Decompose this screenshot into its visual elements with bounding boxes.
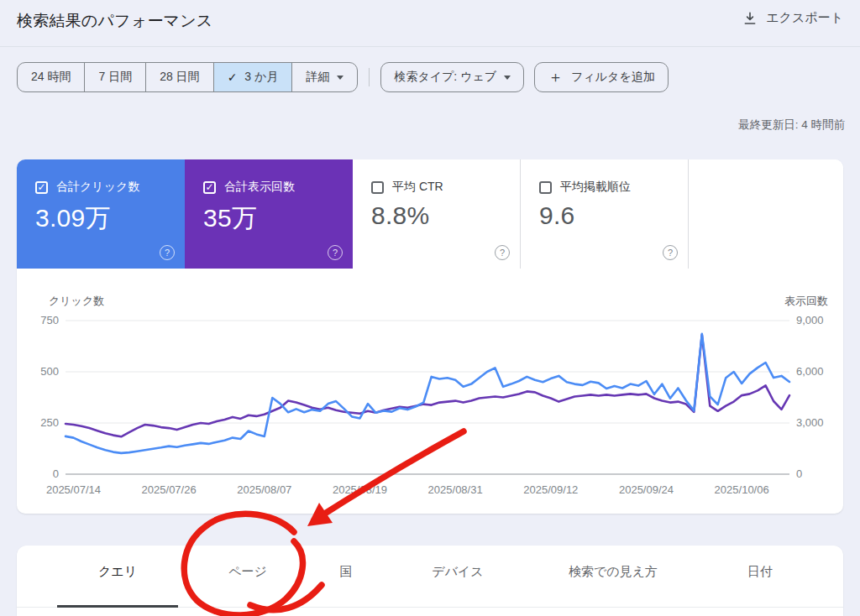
range-chip-label: 7 日間 [98, 70, 132, 85]
export-label: エクスポート [766, 10, 843, 26]
performance-chart: クリック数 表示回数 7509,0005006,0002503,00000202… [17, 269, 843, 514]
range-chip-28d[interactable]: 28 日間 [145, 63, 212, 91]
y-axis-tick-right: 6,000 [796, 365, 824, 378]
export-button[interactable]: エクスポート [742, 10, 843, 26]
chevron-down-icon [337, 76, 343, 80]
help-icon[interactable]: ? [495, 245, 510, 260]
card-filler [689, 159, 843, 269]
range-chip-label: 24 時間 [31, 70, 71, 85]
card-value: 9.6 [539, 201, 575, 230]
y-axis-tick-left: 750 [22, 314, 59, 326]
x-axis-tick: 2025/07/14 [46, 483, 101, 496]
last-updated-text: 最終更新日: 4 時間前 [738, 117, 845, 133]
y-axis-tick-right: 9,000 [796, 314, 824, 326]
card-label: 平均掲載順位 [560, 180, 631, 195]
card-label: 合計表示回数 [224, 180, 295, 195]
range-chip-7d[interactable]: 7 日間 [84, 63, 145, 91]
header-divider [0, 46, 860, 47]
search-type-label: 検索タイプ: ウェブ [394, 70, 496, 85]
range-chip-custom[interactable]: 詳細 [291, 63, 357, 91]
impressions-line [66, 335, 789, 436]
check-icon: ✓ [228, 70, 238, 84]
card-label: 合計クリック数 [56, 180, 139, 195]
range-chip-label: 詳細 [306, 70, 329, 85]
add-filter-button[interactable]: ＋ フィルタを追加 [534, 62, 669, 92]
card-average-position[interactable]: 平均掲載順位 9.6 ? [521, 159, 689, 269]
help-icon[interactable]: ? [160, 245, 175, 260]
performance-panel: ✓ 合計クリック数 3.09万 ? ✓ 合計表示回数 35万 ? 平均 CTR … [17, 159, 843, 514]
checkbox-unchecked-icon[interactable] [371, 181, 384, 194]
x-axis-tick: 2025/09/12 [523, 483, 578, 496]
x-axis-tick: 2025/09/24 [619, 483, 674, 496]
checkbox-checked-icon[interactable]: ✓ [203, 181, 216, 194]
tab-dates[interactable]: 日付 [747, 564, 773, 580]
range-chip-3mo-selected[interactable]: ✓ 3 か月 [213, 63, 292, 91]
date-range-group: 24 時間 7 日間 28 日間 ✓ 3 か月 詳細 [17, 62, 358, 92]
help-icon[interactable]: ? [663, 245, 678, 260]
y-axis-tick-left: 500 [22, 365, 59, 378]
plus-icon: ＋ [548, 70, 563, 85]
card-label: 平均 CTR [392, 180, 443, 195]
card-value: 8.8% [371, 201, 430, 230]
x-axis-tick: 2025/08/31 [428, 483, 483, 496]
search-type-dropdown[interactable]: 検索タイプ: ウェブ [380, 62, 524, 92]
range-chip-label: 3 か月 [244, 70, 278, 85]
metric-cards: ✓ 合計クリック数 3.09万 ? ✓ 合計表示回数 35万 ? 平均 CTR … [17, 159, 843, 269]
tab-pages[interactable]: ページ [228, 564, 267, 580]
range-chip-24h[interactable]: 24 時間 [18, 63, 84, 91]
download-icon [742, 11, 758, 26]
tab-countries[interactable]: 国 [340, 564, 353, 580]
x-axis-tick: 2025/08/07 [237, 483, 291, 496]
card-total-impressions[interactable]: ✓ 合計表示回数 35万 ? [185, 159, 353, 269]
page-title: 検索結果のパフォーマンス [17, 10, 213, 32]
tab-search-appearance[interactable]: 検索での見え方 [569, 564, 658, 580]
y-axis-tick-right: 3,000 [796, 416, 824, 429]
card-value: 35万 [203, 201, 257, 236]
x-axis-tick: 2025/10/06 [715, 483, 769, 496]
add-filter-label: フィルタを追加 [571, 70, 655, 85]
filter-toolbar: 24 時間 7 日間 28 日間 ✓ 3 か月 詳細 検索タイプ: ウェブ ＋ … [17, 62, 669, 92]
line-chart-svg [17, 269, 843, 514]
help-icon[interactable]: ? [328, 245, 343, 260]
tab-devices[interactable]: デバイス [432, 564, 483, 580]
y-axis-tick-right: 0 [796, 467, 802, 480]
card-value: 3.09万 [35, 201, 111, 236]
chevron-down-icon [504, 76, 511, 80]
checkbox-checked-icon[interactable]: ✓ [35, 181, 48, 194]
x-axis-tick: 2025/07/26 [142, 483, 197, 496]
range-chip-label: 28 日間 [160, 70, 199, 85]
tab-queries[interactable]: クエリ [98, 564, 137, 580]
toolbar-separator [369, 68, 370, 86]
checkbox-unchecked-icon[interactable] [539, 181, 552, 194]
card-average-ctr[interactable]: 平均 CTR 8.8% ? [353, 159, 521, 269]
x-axis-tick: 2025/08/19 [333, 483, 387, 496]
y-axis-tick-left: 0 [22, 467, 59, 480]
clicks-line [66, 334, 789, 453]
card-total-clicks[interactable]: ✓ 合計クリック数 3.09万 ? [17, 159, 185, 269]
dimension-tabs-panel: クエリ ページ 国 デバイス 検索での見え方 日付 [17, 546, 843, 616]
active-tab-underline [57, 605, 178, 608]
y-axis-tick-left: 250 [22, 416, 59, 429]
